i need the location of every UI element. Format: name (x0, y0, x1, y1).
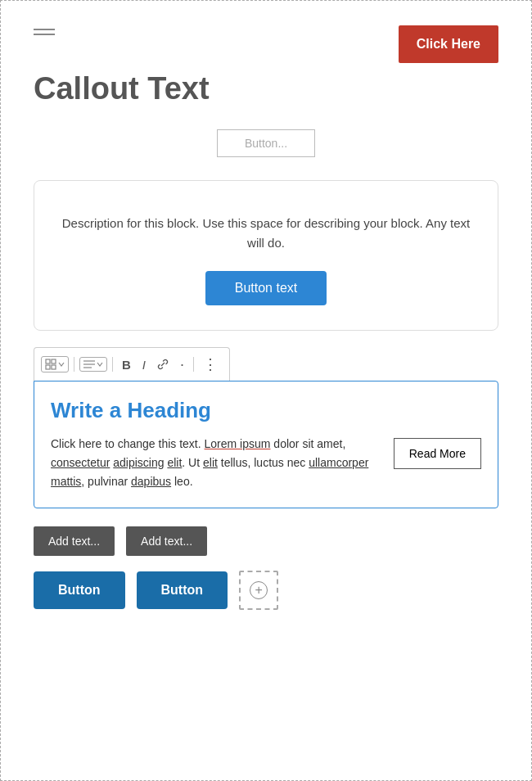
svg-rect-1 (52, 359, 56, 363)
svg-rect-0 (46, 359, 50, 363)
add-text-button-1[interactable]: Add text... (34, 526, 115, 556)
chevron-down-icon-2 (97, 361, 103, 368)
layout-toolbar-btn[interactable] (41, 356, 69, 372)
more-toolbar-btn[interactable]: ⋮ (199, 353, 223, 376)
mattis-text: mattis (51, 475, 81, 488)
bold-toolbar-btn[interactable]: B (118, 355, 135, 374)
consectetur-text: consectetur (51, 456, 110, 469)
action-button-2[interactable]: Button (137, 571, 228, 609)
editable-text[interactable]: Click here to change this text. Lorem ip… (51, 435, 381, 491)
italic-toolbar-btn[interactable]: I (138, 355, 150, 374)
editable-content-row: Click here to change this text. Lorem ip… (51, 435, 481, 491)
editable-block: Write a Heading Click here to change thi… (34, 381, 498, 508)
add-circle-button[interactable]: + (239, 571, 278, 610)
adipiscing-text: adipiscing (113, 456, 164, 469)
action-button-1[interactable]: Button (34, 571, 125, 609)
link-icon (157, 359, 169, 370)
action-buttons-row: Button Button + (34, 571, 498, 610)
link-toolbar-btn[interactable] (153, 356, 173, 372)
svg-rect-2 (46, 365, 50, 369)
page-wrapper: Click Here Callout Text Button... Descri… (0, 0, 532, 781)
description-text: Description for this block. Use this spa… (59, 214, 473, 253)
svg-rect-3 (52, 365, 56, 369)
callout-text: Callout Text (34, 71, 498, 106)
button-text-button[interactable]: Button text (205, 271, 327, 305)
align-toolbar-btn[interactable] (79, 357, 107, 372)
layout-icon (45, 359, 56, 370)
dot-toolbar-btn[interactable]: · (176, 354, 188, 376)
plus-icon: + (250, 581, 268, 599)
button-input[interactable]: Button... (217, 129, 315, 157)
add-text-row: Add text... Add text... (34, 526, 498, 556)
toolbar: B I · ⋮ (34, 347, 230, 381)
read-more-button[interactable]: Read More (394, 438, 481, 469)
add-text-button-2[interactable]: Add text... (126, 526, 207, 556)
chevron-down-icon (58, 361, 65, 368)
align-icon (83, 359, 95, 369)
hamburger-icon[interactable] (34, 29, 55, 35)
toolbar-divider (74, 357, 74, 372)
lorem-text: Lorem ipsum (205, 437, 271, 450)
elit2-text: elit (203, 456, 218, 469)
elit-text: elit (167, 456, 182, 469)
ullamcorper-text: ullamcorper (309, 456, 368, 469)
dapibus-text: dapibus (131, 475, 171, 488)
click-here-button[interactable]: Click Here (399, 25, 498, 63)
header-area: Click Here (34, 25, 498, 63)
toolbar-divider-2 (112, 357, 113, 372)
description-block: Description for this block. Use this spa… (34, 180, 498, 331)
toolbar-divider-3 (193, 357, 194, 372)
button-input-wrap: Button... (34, 129, 498, 157)
editable-heading[interactable]: Write a Heading (51, 398, 481, 423)
